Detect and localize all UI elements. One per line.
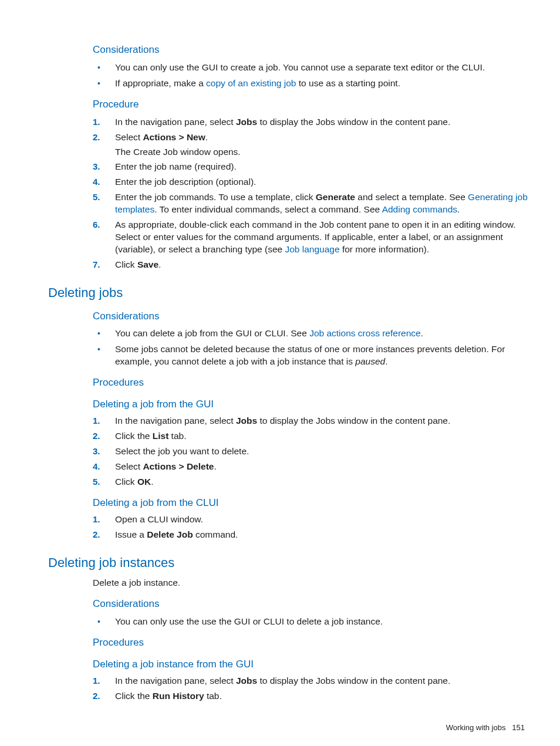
list-item: You can delete a job from the GUI or CLU… — [93, 328, 531, 340]
text-bold: Jobs — [236, 416, 257, 426]
ordered-list: In the navigation pane, select Jobs to d… — [93, 415, 531, 488]
intro-text: Delete a job instance. — [93, 577, 531, 589]
text: to display the Jobs window in the conten… — [257, 416, 450, 426]
text: You can only use the use the GUI or CLUI… — [115, 616, 383, 626]
text: Click — [115, 259, 137, 269]
text: You can delete a job from the GUI or CLU… — [115, 328, 309, 338]
text: tab. — [168, 431, 186, 441]
text-bold: Generate — [316, 192, 355, 202]
text: . — [151, 477, 153, 487]
text-bold: Delete Job — [147, 529, 193, 539]
list-item: Click the List tab. — [93, 430, 531, 443]
heading-considerations: Considerations — [93, 310, 531, 323]
ordered-list: In the navigation pane, select Jobs to d… — [93, 675, 531, 703]
text: . — [158, 259, 161, 269]
list-item: Issue a Delete Job command. — [93, 529, 531, 541]
text: If appropriate, make a — [115, 78, 206, 88]
list-item: Click Save. — [93, 259, 531, 271]
list-item: Open a CLUI window. — [93, 514, 531, 526]
heading-considerations: Considerations — [93, 43, 531, 57]
text: Some jobs cannot be deleted because the … — [115, 344, 505, 366]
list-item: In the navigation pane, select Jobs to d… — [93, 415, 531, 427]
list-item: Click the Run History tab. — [93, 690, 531, 703]
list-item: Select Actions > Delete. — [93, 461, 531, 473]
text: Click the — [115, 431, 153, 441]
heading-deleting-job-clui: Deleting a job from the CLUI — [93, 497, 531, 510]
text-bold: Run History — [153, 691, 204, 701]
text-italic: paused — [355, 356, 385, 366]
sub-text: The Create Job window opens. — [115, 146, 531, 158]
link-job-language[interactable]: Job language — [285, 244, 339, 254]
list-item: In the navigation pane, select Jobs to d… — [93, 675, 531, 687]
list-item: Click OK. — [93, 476, 531, 488]
bullet-list: You can only use the use the GUI or CLUI… — [93, 616, 531, 628]
text: Select the job you want to delete. — [115, 446, 249, 456]
text: . — [421, 328, 423, 338]
text: tab. — [204, 691, 222, 701]
text: and select a template. See — [355, 192, 468, 202]
text: Click — [115, 477, 137, 487]
link-copy-existing-job[interactable]: copy of an existing job — [206, 78, 296, 88]
link-adding-commands[interactable]: Adding commands — [382, 204, 457, 214]
page-number: 151 — [512, 723, 525, 732]
list-item: You can only use the use the GUI or CLUI… — [93, 616, 531, 628]
list-item: You can only use the GUI to create a job… — [93, 62, 531, 74]
list-item: Select Actions > New. The Create Job win… — [93, 131, 531, 158]
ordered-list: In the navigation pane, select Jobs to d… — [93, 116, 531, 271]
text: . — [385, 356, 387, 366]
text: In the navigation pane, select — [115, 676, 236, 686]
text-bold: Save — [137, 259, 158, 269]
text-bold: Jobs — [236, 117, 257, 127]
text: Enter the job commands. To use a templat… — [115, 192, 316, 202]
text: . — [205, 132, 208, 142]
text: to use as a starting point. — [296, 78, 400, 88]
list-item: In the navigation pane, select Jobs to d… — [93, 116, 531, 129]
list-item: Enter the job commands. To use a templat… — [93, 191, 531, 216]
text: In the navigation pane, select — [115, 117, 236, 127]
heading-procedure: Procedure — [93, 98, 531, 112]
text-bold: Actions > New — [143, 132, 205, 142]
text: . To enter individual commands, select a… — [154, 204, 382, 214]
list-item: If appropriate, make a copy of an existi… — [93, 77, 531, 90]
bullet-list: You can delete a job from the GUI or CLU… — [93, 328, 531, 368]
text: You can only use the GUI to create a job… — [115, 62, 485, 72]
list-item: As appropriate, double-click each comman… — [93, 219, 531, 256]
list-item: Some jobs cannot be deleted because the … — [93, 343, 531, 368]
text: to display the Jobs window in the conten… — [257, 676, 450, 686]
heading-procedures: Procedures — [93, 376, 531, 390]
text: to display the Jobs window in the conten… — [257, 117, 450, 127]
list-item: Enter the job description (optional). — [93, 176, 531, 188]
heading-deleting-jobs: Deleting jobs — [48, 284, 531, 302]
heading-considerations: Considerations — [93, 598, 531, 611]
text: Issue a — [115, 529, 147, 539]
text: . — [457, 204, 460, 214]
text: for more information). — [340, 244, 429, 254]
text: Enter the job name (required). — [115, 161, 237, 171]
heading-deleting-job-instance-gui: Deleting a job instance from the GUI — [93, 658, 531, 671]
bullet-list: You can only use the GUI to create a job… — [93, 62, 531, 90]
text: Open a CLUI window. — [115, 514, 203, 524]
heading-procedures: Procedures — [93, 636, 531, 650]
text-bold: List — [153, 431, 169, 441]
text: Click the — [115, 691, 153, 701]
list-item: Enter the job name (required). — [93, 161, 531, 173]
heading-deleting-job-instances: Deleting job instances — [48, 554, 531, 572]
text-bold: OK — [137, 477, 151, 487]
text: Select — [115, 461, 143, 471]
page-footer: Working with jobs 151 — [48, 723, 531, 733]
text: Enter the job description (optional). — [115, 177, 256, 187]
footer-text: Working with jobs — [446, 723, 506, 732]
heading-deleting-job-gui: Deleting a job from the GUI — [93, 398, 531, 411]
text-bold: Actions > Delete — [143, 461, 214, 471]
text-bold: Jobs — [236, 676, 257, 686]
ordered-list: Open a CLUI window. Issue a Delete Job c… — [93, 514, 531, 541]
text: Select — [115, 132, 143, 142]
link-job-actions-cross-reference[interactable]: Job actions cross reference — [309, 328, 421, 338]
text: command. — [193, 529, 238, 539]
text: In the navigation pane, select — [115, 416, 236, 426]
list-item: Select the job you want to delete. — [93, 445, 531, 458]
text: . — [214, 461, 216, 471]
